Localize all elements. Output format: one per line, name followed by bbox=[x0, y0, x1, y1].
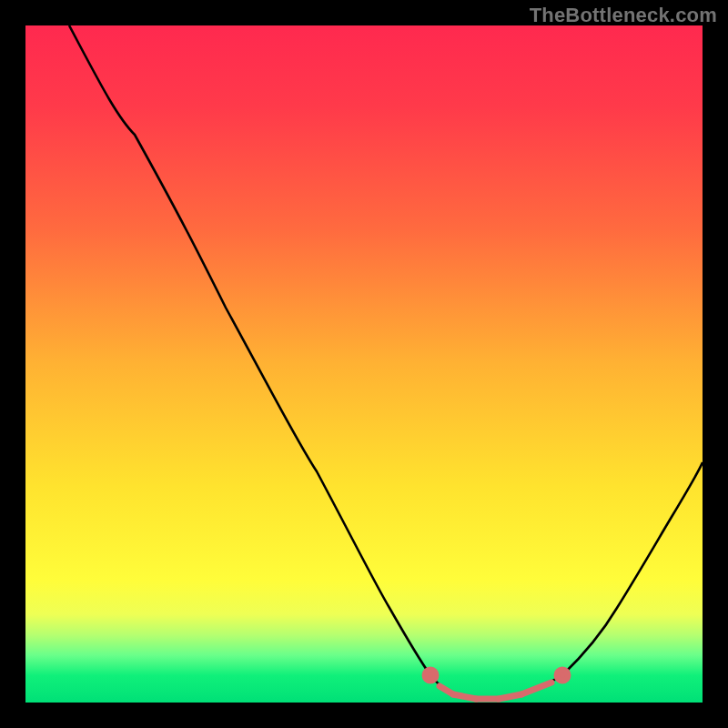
marker-dot bbox=[425, 670, 436, 681]
flat-bottom-markers bbox=[425, 670, 568, 699]
plot-area bbox=[25, 25, 703, 703]
chart-frame: TheBottleneck.com bbox=[0, 0, 728, 728]
bottleneck-curve-svg bbox=[25, 25, 703, 703]
marker-dot bbox=[557, 670, 568, 681]
bottleneck-curve-path bbox=[69, 25, 703, 699]
watermark-text: TheBottleneck.com bbox=[530, 4, 717, 27]
marker-segment bbox=[521, 682, 551, 694]
marker-segment bbox=[453, 694, 476, 699]
marker-segment bbox=[499, 694, 521, 699]
